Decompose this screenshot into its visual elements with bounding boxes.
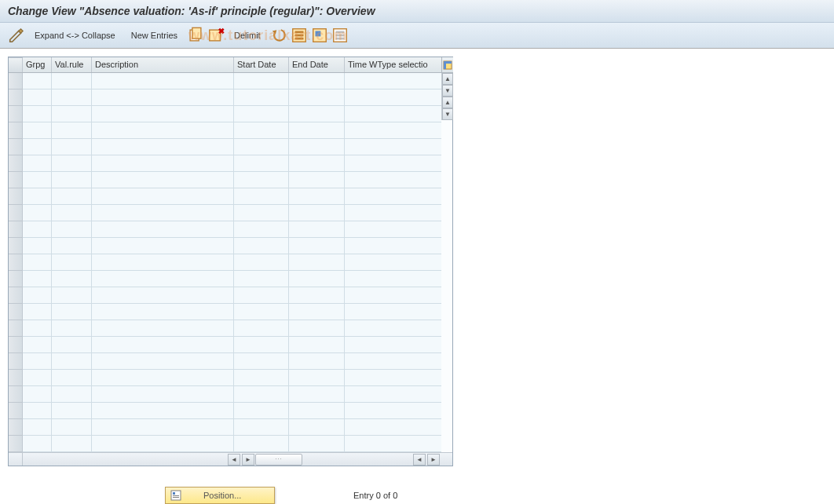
cell[interactable] — [52, 436, 92, 451]
scroll-thumb[interactable]: ⋯ — [255, 454, 302, 466]
cell[interactable] — [289, 419, 345, 435]
table-row[interactable] — [23, 353, 441, 370]
cell[interactable] — [345, 419, 441, 435]
cell[interactable] — [23, 89, 52, 105]
cell[interactable] — [234, 188, 289, 204]
row-selector[interactable] — [9, 386, 23, 403]
cell[interactable] — [345, 205, 441, 221]
col-head-grpg[interactable]: Grpg — [23, 57, 52, 72]
cell[interactable] — [345, 320, 441, 336]
cell[interactable] — [289, 238, 345, 254]
cell[interactable] — [92, 139, 234, 155]
cell[interactable] — [289, 436, 345, 451]
cell[interactable] — [52, 419, 92, 435]
cell[interactable] — [92, 89, 234, 105]
cell[interactable] — [52, 155, 92, 171]
deselect-all-icon[interactable] — [331, 27, 349, 43]
cell[interactable] — [234, 370, 289, 385]
row-selector[interactable] — [9, 403, 23, 419]
cell[interactable] — [234, 287, 289, 303]
row-selector[interactable] — [9, 370, 23, 386]
cell[interactable] — [345, 436, 441, 451]
cell[interactable] — [23, 403, 52, 418]
cell[interactable] — [289, 386, 345, 402]
cell[interactable] — [345, 172, 441, 188]
copy-icon[interactable] — [187, 27, 204, 43]
cell[interactable] — [234, 155, 289, 171]
cell[interactable] — [289, 370, 345, 385]
table-row[interactable] — [23, 89, 441, 106]
cell[interactable] — [92, 254, 234, 270]
row-selector[interactable] — [9, 337, 23, 353]
row-selector[interactable] — [9, 73, 23, 89]
table-row[interactable] — [23, 254, 441, 271]
vertical-scrollbar[interactable]: ▲ ▼ ▲ ▼ — [441, 73, 453, 120]
cell[interactable] — [234, 353, 289, 369]
cell[interactable] — [23, 353, 52, 369]
cell[interactable] — [234, 238, 289, 254]
table-row[interactable] — [23, 304, 441, 320]
select-all-icon[interactable] — [291, 27, 308, 43]
cell[interactable] — [345, 238, 441, 254]
toggle-edit-icon[interactable] — [8, 27, 25, 43]
table-row[interactable] — [23, 106, 441, 122]
cell[interactable] — [289, 172, 345, 188]
cell[interactable] — [234, 106, 289, 122]
row-selector[interactable] — [9, 188, 23, 205]
cell[interactable] — [345, 337, 441, 352]
cell[interactable] — [234, 221, 289, 237]
cell[interactable] — [345, 89, 441, 105]
table-row[interactable] — [23, 205, 441, 221]
table-row[interactable] — [23, 139, 441, 155]
row-selector[interactable] — [9, 436, 23, 452]
cell[interactable] — [23, 172, 52, 188]
delete-icon[interactable] — [207, 27, 225, 43]
cell[interactable] — [234, 205, 289, 221]
row-selector[interactable] — [9, 155, 23, 172]
table-row[interactable] — [23, 337, 441, 353]
cell[interactable] — [52, 89, 92, 105]
cell[interactable] — [345, 370, 441, 385]
row-selector[interactable] — [9, 287, 23, 304]
scroll-right-step-icon[interactable]: ► — [242, 454, 254, 466]
cell[interactable] — [345, 106, 441, 122]
cell[interactable] — [23, 419, 52, 435]
scroll-up-icon[interactable]: ▲ — [442, 73, 453, 85]
position-button[interactable]: Position... — [165, 487, 275, 504]
undo-icon[interactable] — [270, 27, 287, 43]
cell[interactable] — [345, 287, 441, 303]
cell[interactable] — [92, 122, 234, 138]
col-head-description[interactable]: Description — [92, 57, 234, 72]
cell[interactable] — [52, 122, 92, 138]
cell[interactable] — [234, 337, 289, 352]
scroll-down-icon[interactable]: ▼ — [442, 108, 453, 120]
table-row[interactable] — [23, 320, 441, 337]
cell[interactable] — [23, 304, 52, 320]
row-selector[interactable] — [9, 172, 23, 188]
table-row[interactable] — [23, 155, 441, 172]
table-row[interactable] — [23, 238, 441, 254]
cell[interactable] — [345, 139, 441, 155]
cell[interactable] — [52, 320, 92, 336]
cell[interactable] — [92, 370, 234, 385]
cell[interactable] — [289, 89, 345, 105]
row-selector[interactable] — [9, 419, 23, 436]
cell[interactable] — [23, 188, 52, 204]
cell[interactable] — [52, 370, 92, 385]
cell[interactable] — [52, 172, 92, 188]
row-selector[interactable] — [9, 122, 23, 139]
cell[interactable] — [52, 386, 92, 402]
row-selector[interactable] — [9, 353, 23, 370]
cell[interactable] — [289, 353, 345, 369]
cell[interactable] — [23, 386, 52, 402]
cell[interactable] — [345, 403, 441, 418]
cell[interactable] — [345, 386, 441, 402]
cell[interactable] — [92, 205, 234, 221]
table-row[interactable] — [23, 172, 441, 188]
cell[interactable] — [289, 403, 345, 418]
row-selector[interactable] — [9, 89, 23, 106]
cell[interactable] — [92, 238, 234, 254]
row-selector[interactable] — [9, 320, 23, 337]
cell[interactable] — [234, 139, 289, 155]
row-selector[interactable] — [9, 238, 23, 254]
